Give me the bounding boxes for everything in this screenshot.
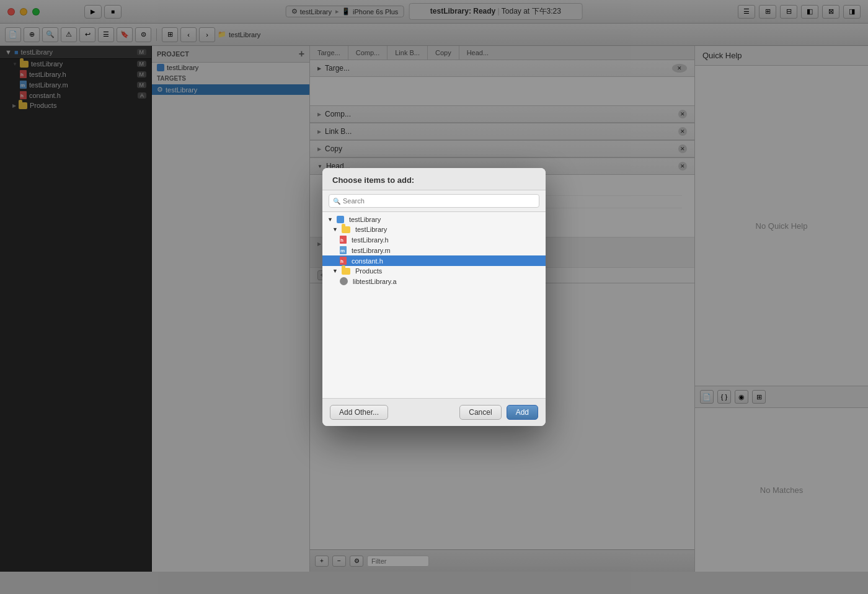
modal-overlay: Choose items to add: 🔍 ▼ testLibrary ▼ t… <box>0 0 868 594</box>
modal-group1-label: testLibrary <box>355 226 387 233</box>
modal-file3-label: constant.h <box>352 257 383 265</box>
add-button[interactable]: Add <box>507 405 538 420</box>
modal-file-h-icon-1: h <box>340 236 347 244</box>
group1-triangle-icon: ▼ <box>332 226 338 233</box>
root-proj-icon <box>337 216 344 223</box>
modal-title: Choose items to add: <box>322 168 546 190</box>
group2-folder-icon <box>342 268 350 275</box>
modal-file-m-icon: m <box>340 246 347 254</box>
modal-tree-file4[interactable]: libtestLibrary.a <box>322 276 546 286</box>
modal-lib-icon <box>340 277 348 285</box>
modal-search-icon: 🔍 <box>333 198 340 205</box>
modal-tree-group1[interactable]: ▼ testLibrary <box>322 224 546 234</box>
modal-tree-root[interactable]: ▼ testLibrary <box>322 215 546 224</box>
modal-root-label: testLibrary <box>349 216 381 223</box>
modal-dialog: Choose items to add: 🔍 ▼ testLibrary ▼ t… <box>322 168 546 426</box>
modal-action-buttons: Cancel Add <box>459 405 538 420</box>
add-other-button[interactable]: Add Other... <box>330 405 388 420</box>
modal-file4-label: libtestLibrary.a <box>353 278 397 285</box>
modal-search-input[interactable] <box>329 194 539 208</box>
modal-tree-file2[interactable]: m testLibrary.m <box>322 245 546 255</box>
modal-search-wrap: 🔍 <box>329 194 539 208</box>
modal-file-h-icon-2: h <box>340 257 347 265</box>
root-triangle-icon: ▼ <box>327 216 333 223</box>
modal-file2-label: testLibrary.m <box>352 247 391 254</box>
cancel-button[interactable]: Cancel <box>459 405 501 420</box>
group2-triangle-icon: ▼ <box>332 268 338 274</box>
modal-group2-label: Products <box>355 267 382 275</box>
modal-file1-label: testLibrary.h <box>352 236 389 244</box>
modal-tree-file3[interactable]: h constant.h <box>322 255 546 266</box>
modal-footer: Add Other... Cancel Add <box>322 398 546 426</box>
group1-folder-icon <box>342 226 350 233</box>
modal-search-bar: 🔍 <box>322 190 546 212</box>
modal-tree-group2[interactable]: ▼ Products <box>322 266 546 276</box>
modal-tree-file1[interactable]: h testLibrary.h <box>322 234 546 245</box>
modal-file-tree: ▼ testLibrary ▼ testLibrary h testLibrar… <box>322 212 546 398</box>
